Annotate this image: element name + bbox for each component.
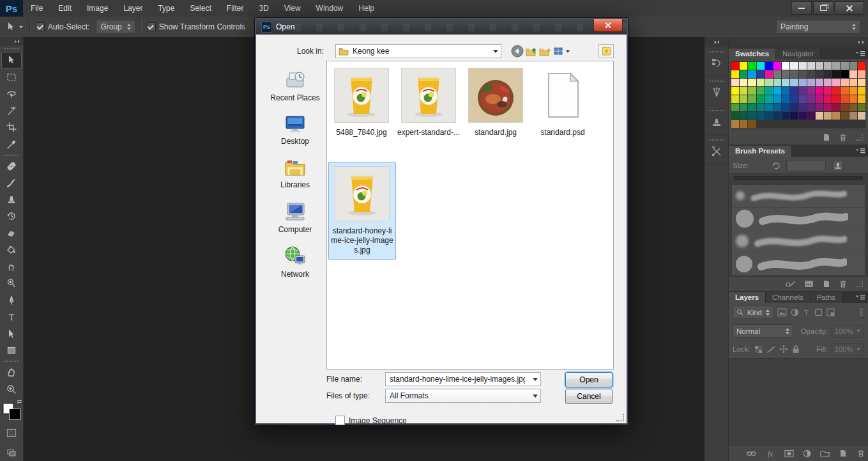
file-item-selected[interactable]: standard-honey-lime-ice-jelly-images.jpg [328,162,396,260]
move-tool-preset-icon[interactable] [5,19,24,35]
stroke-preview-toggle-icon[interactable] [785,279,796,288]
swatch[interactable] [748,87,756,95]
swatch[interactable] [765,95,773,103]
clone-stamp-tool[interactable] [2,192,21,207]
screen-mode-button[interactable] [2,445,21,460]
swatch[interactable] [748,104,756,111]
brush-preset-item[interactable] [732,185,865,208]
swatch[interactable] [832,95,840,103]
menu-image[interactable]: Image [79,0,116,17]
swatch[interactable] [841,112,848,120]
fill-value-select[interactable]: 100% [832,343,864,356]
adjustment-layer-icon[interactable] [803,449,811,458]
swatch[interactable] [849,87,857,95]
swatch[interactable] [782,104,789,111]
dialog-close-button[interactable] [593,19,623,32]
swatch[interactable] [824,79,832,86]
swatch[interactable] [858,79,865,86]
swatch[interactable] [799,70,807,78]
filter-adjustment-layers-icon[interactable] [791,308,799,316]
rectangular-marquee-tool[interactable] [2,70,21,85]
menu-3d[interactable]: 3D [251,0,276,17]
swatch[interactable] [740,70,747,78]
type-tool[interactable]: T [2,309,21,325]
swatch[interactable] [807,62,815,70]
swatch[interactable] [748,112,756,120]
history-brush-tool[interactable] [2,208,21,224]
swatch[interactable] [858,62,865,70]
swatch[interactable] [841,95,848,103]
swatch[interactable] [773,95,781,103]
eraser-tool[interactable] [2,226,21,241]
place-desktop[interactable]: Desktop [266,114,324,146]
swatch[interactable] [773,62,781,70]
swatch[interactable] [824,112,832,120]
image-sequence-checkbox[interactable] [335,416,345,425]
tab-channels[interactable]: Channels [766,292,811,303]
swatch[interactable] [841,70,848,78]
place-libraries[interactable]: Libraries [266,157,324,189]
swatch[interactable] [858,104,865,111]
spot-healing-brush-tool[interactable] [2,159,21,174]
swatch[interactable] [765,70,773,78]
file-list[interactable]: 5488_7840.jpg expert-standard-... standa… [326,61,614,370]
look-in-select[interactable]: Keong kee [335,44,501,58]
filtering-toggle[interactable] [858,308,864,318]
swatch[interactable] [740,87,747,95]
swatch[interactable] [765,62,773,70]
menu-type[interactable]: Type [150,0,182,17]
restore-button[interactable] [813,1,834,15]
swatch[interactable] [731,120,739,128]
swatch[interactable] [807,112,815,120]
swatch[interactable] [849,104,857,111]
clone-source-panel-button[interactable] [704,106,728,136]
swatch[interactable] [790,112,798,120]
swatch[interactable] [748,62,756,70]
swatch[interactable] [740,62,747,70]
swatch[interactable] [799,87,807,95]
dialog-resize-grip[interactable] [616,414,624,421]
swatch[interactable] [765,112,773,120]
view-menu-button[interactable] [552,44,572,58]
swatch[interactable] [782,62,789,70]
swatch[interactable] [832,87,840,95]
swatch[interactable] [790,62,798,70]
hand-tool[interactable] [2,364,21,380]
menu-help[interactable]: Help [351,0,382,17]
file-name-dropdown-arrow[interactable] [529,373,540,386]
swatch[interactable] [790,95,798,103]
dialog-titlebar[interactable]: Ps Open [256,19,627,35]
new-swatch-icon[interactable] [822,133,831,142]
preset-manager-icon[interactable] [804,279,814,288]
file-item[interactable]: expert-standard-... [395,68,462,137]
swatch[interactable] [773,79,781,86]
swatch[interactable] [773,87,781,95]
swatch[interactable] [858,70,865,78]
swatch[interactable] [807,70,815,78]
strip-collapse-handle[interactable] [704,37,728,47]
swatch[interactable] [748,120,756,128]
menu-file[interactable]: File [23,0,50,17]
move-tool[interactable] [1,52,22,68]
lock-transparency-icon[interactable] [754,345,763,354]
swatch[interactable] [731,112,739,120]
tab-layers[interactable]: Layers [729,292,766,303]
layer-style-icon[interactable]: fx [765,449,775,458]
swatch[interactable] [790,87,798,95]
panel-menu-icon[interactable] [855,147,865,154]
swatch[interactable] [782,112,789,120]
swatch[interactable] [765,104,773,111]
menu-edit[interactable]: Edit [50,0,79,17]
file-item[interactable]: standard.jpg [462,68,529,137]
swatch[interactable] [824,62,832,70]
swatch[interactable] [807,104,815,111]
swatch[interactable] [731,87,739,95]
dock-collapse-handle[interactable] [729,37,868,47]
swatch[interactable] [782,95,789,103]
toolbar-collapse-handle[interactable] [0,37,23,46]
brush-size-slider[interactable] [734,176,863,180]
tab-navigator[interactable]: Navigator [776,49,821,59]
menu-window[interactable]: Window [308,0,351,17]
panel-menu-icon[interactable] [855,50,865,57]
layer-mask-icon[interactable] [784,449,794,458]
